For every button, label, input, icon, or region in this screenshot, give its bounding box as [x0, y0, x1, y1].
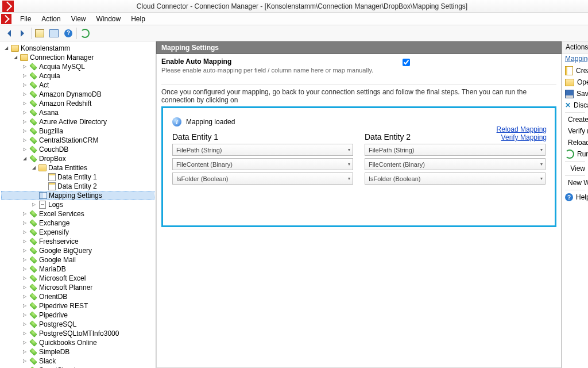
reload-mapping-link[interactable]: Reload Mapping — [497, 125, 547, 133]
tree-data-entity[interactable]: Data Entity 1 — [1, 172, 154, 182]
help-button[interactable] — [62, 27, 75, 40]
expand-collapse-icon[interactable] — [21, 110, 28, 116]
field-mapping-combo[interactable]: FilePath (String)▾ — [172, 144, 353, 156]
tree[interactable]: KonsolenstammConnection ManagerAcquia My… — [0, 41, 156, 368]
show-console-button[interactable] — [33, 27, 46, 40]
menu-view[interactable]: View — [66, 13, 91, 25]
tree-connection[interactable]: Excel Services — [1, 209, 154, 218]
tree-connection[interactable]: Google Mail — [1, 255, 154, 264]
tree-mapping-settings[interactable]: Mapping Settings — [1, 191, 154, 200]
tree-connection[interactable]: OrientDB — [1, 292, 154, 301]
new-window-button[interactable] — [48, 27, 60, 40]
expand-collapse-icon[interactable] — [21, 257, 28, 263]
menu-file[interactable]: File — [15, 13, 36, 25]
expand-collapse-icon[interactable] — [21, 331, 28, 337]
expand-collapse-icon[interactable] — [30, 165, 37, 171]
action-reload[interactable]: Reload mapping — [562, 137, 588, 148]
expand-collapse-icon[interactable] — [21, 211, 28, 217]
expand-collapse-icon[interactable] — [21, 119, 28, 125]
expand-collapse-icon[interactable] — [21, 137, 28, 144]
tree-connection[interactable]: SimpleDB — [1, 347, 154, 356]
expand-collapse-icon[interactable] — [21, 91, 28, 98]
tree-connection[interactable]: Freshservice — [1, 237, 154, 246]
tree-connection[interactable]: Acquia — [1, 71, 154, 80]
tree-connection[interactable]: SmartSheet — [1, 366, 154, 368]
tree-connection[interactable]: Google BigQuery — [1, 246, 154, 255]
tree-connection[interactable]: Exchange — [1, 218, 154, 228]
nav-back-button[interactable] — [2, 27, 15, 40]
expand-collapse-icon[interactable] — [21, 73, 28, 79]
tree-connection[interactable]: Quickbooks Online — [1, 338, 154, 347]
tree-connection[interactable]: Pipedrive REST — [1, 301, 154, 310]
expand-collapse-icon[interactable] — [21, 321, 28, 328]
action-new-window[interactable]: New Window — [562, 177, 588, 189]
action-run[interactable]: Run Now — [562, 148, 588, 160]
tree-connection[interactable]: Microsoft Planner — [1, 283, 154, 292]
action-save[interactable]: Save connection — [562, 88, 588, 99]
tree-logs[interactable]: Logs — [1, 200, 154, 209]
field-mapping-combo[interactable]: IsFolder (Boolean)▾ — [365, 172, 546, 185]
expand-collapse-icon[interactable] — [21, 64, 28, 70]
tree-data-entities[interactable]: Data Entities — [1, 163, 154, 172]
expand-collapse-icon[interactable] — [21, 303, 28, 309]
menu-window[interactable]: Window — [91, 13, 126, 25]
tree-connection[interactable]: Slack — [1, 356, 154, 366]
menu-action[interactable]: Action — [36, 13, 65, 25]
expand-collapse-icon[interactable] — [21, 239, 28, 245]
tree-connection[interactable]: Pipedrive — [1, 310, 154, 320]
expand-collapse-icon[interactable] — [21, 349, 28, 355]
field-mapping-combo[interactable]: FileContent (Binary)▾ — [365, 158, 546, 170]
expand-collapse-icon[interactable] — [30, 202, 37, 208]
tree-connection[interactable]: CouchDB — [1, 145, 154, 154]
field-mapping-combo[interactable]: FileContent (Binary)▾ — [172, 158, 353, 170]
expand-collapse-icon[interactable] — [12, 55, 18, 61]
field-mapping-combo[interactable]: IsFolder (Boolean)▾ — [172, 172, 353, 185]
expand-collapse-icon[interactable] — [21, 285, 28, 291]
refresh-button[interactable] — [79, 27, 91, 40]
expand-collapse-icon[interactable] — [21, 294, 28, 300]
tree-connection[interactable]: MariaDB — [1, 264, 154, 274]
action-create-2[interactable]: Create connection — [562, 114, 588, 125]
expand-collapse-icon[interactable] — [21, 312, 28, 319]
expand-collapse-icon[interactable] — [3, 45, 9, 52]
expand-collapse-icon[interactable] — [21, 101, 28, 107]
expand-collapse-icon[interactable] — [21, 266, 28, 273]
tree-connection-dropbox[interactable]: DropBox — [1, 154, 154, 163]
expand-collapse-icon[interactable] — [21, 156, 28, 162]
enable-auto-mapping-checkbox[interactable] — [403, 59, 410, 66]
expand-collapse-icon[interactable] — [21, 82, 28, 89]
tree-root[interactable]: Konsolenstamm — [1, 44, 154, 53]
tree-connection[interactable]: Microsoft Excel — [1, 274, 154, 283]
expand-collapse-icon[interactable] — [21, 358, 28, 365]
expand-collapse-icon[interactable] — [21, 248, 28, 254]
action-help[interactable]: Help — [562, 191, 588, 203]
tree-connection[interactable]: Amazon Redshift — [1, 99, 154, 108]
tree-connection[interactable]: Azure Active Directory — [1, 117, 154, 126]
tree-connection[interactable]: Asana — [1, 108, 154, 117]
tree-connection[interactable]: PostgreSQL — [1, 320, 154, 329]
field-mapping-combo[interactable]: FilePath (String)▾ — [365, 144, 546, 156]
tree-connection[interactable]: Expensify — [1, 228, 154, 237]
tree-connection[interactable]: CentralStationCRM — [1, 136, 154, 145]
verify-mapping-link[interactable]: Verify Mapping — [497, 133, 547, 141]
tree-connection-manager[interactable]: Connection Manager — [1, 53, 154, 62]
action-view[interactable]: View — [562, 163, 588, 174]
expand-collapse-icon[interactable] — [21, 128, 28, 135]
tree-data-entity[interactable]: Data Entity 2 — [1, 182, 154, 191]
action-discard[interactable]: Discard changes — [562, 99, 588, 111]
tree-connection[interactable]: Acquia MySQL — [1, 62, 154, 71]
expand-collapse-icon[interactable] — [21, 275, 28, 282]
tree-connection[interactable]: Act — [1, 80, 154, 90]
expand-collapse-icon[interactable] — [21, 340, 28, 346]
nav-forward-button[interactable] — [17, 27, 29, 40]
menu-help[interactable]: Help — [126, 13, 150, 25]
tree-connection[interactable]: PostgreSQLtoMTInfo3000 — [1, 329, 154, 338]
expand-collapse-icon[interactable] — [21, 220, 28, 227]
action-open[interactable]: Open connection — [562, 76, 588, 88]
tree-connection[interactable]: Bugzilla — [1, 126, 154, 136]
expand-collapse-icon[interactable] — [21, 229, 28, 236]
action-verify[interactable]: Verify mapping — [562, 125, 588, 137]
expand-collapse-icon[interactable] — [21, 147, 28, 153]
tree-connection[interactable]: Amazon DynamoDB — [1, 90, 154, 99]
action-create[interactable]: Create connection — [562, 65, 588, 76]
